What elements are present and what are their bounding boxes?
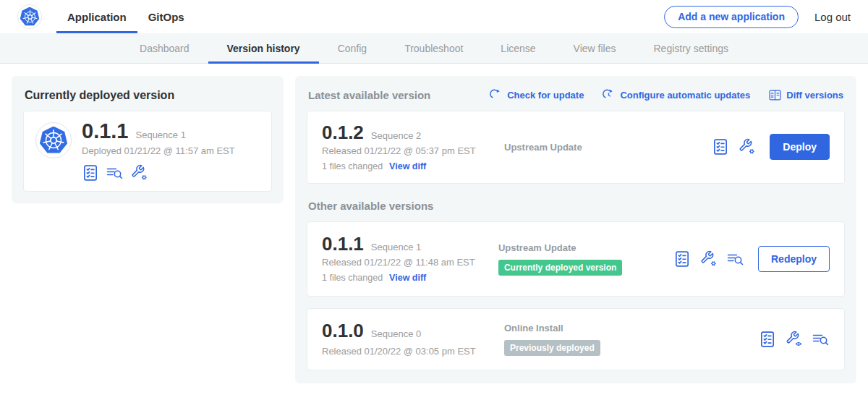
version-card-details: 0.1.2 Sequence 2 Released 01/21/22 @ 05:… [322,123,504,171]
diff-versions-link[interactable]: Diff versions [769,89,843,101]
release-notes-icon[interactable] [673,250,691,268]
kubernetes-heptagon [20,7,40,27]
subnav-item-license[interactable]: License [482,33,554,64]
redeploy-button[interactable]: Redeploy [758,246,830,272]
subnav-item-registry-settings[interactable]: Registry settings [635,33,747,64]
configure-automatic-updates-link[interactable]: Configure automatic updates [603,89,750,101]
deployed-actions [82,164,235,182]
files-changed-label: 1 files changed [322,273,383,283]
sequence-label: Sequence 1 [136,129,186,140]
refresh-icon [490,89,502,101]
logs-icon[interactable] [727,250,744,268]
deployed-version-card: 0.1.1 Sequence 1 Deployed 01/21/22 @ 11:… [23,111,272,192]
logs-icon[interactable] [106,164,124,182]
other-versions-title: Other available versions [307,200,845,212]
subnav-item-dashboard[interactable]: Dashboard [121,33,208,64]
release-notes-icon[interactable] [82,164,99,182]
header-right: Add a new application Log out [664,6,851,28]
add-application-button[interactable]: Add a new application [664,6,799,28]
logout-button[interactable]: Log out [814,11,851,23]
config-edit-icon[interactable] [739,138,756,156]
deployed-timestamp: Deployed 01/21/22 @ 11:57 am EST [82,146,235,157]
subnav-item-config[interactable]: Config [319,33,386,64]
kubernetes-heptagon [40,127,68,155]
kubernetes-logo-icon [17,4,42,29]
tab-application[interactable]: Application [56,0,137,33]
sequence-label: Sequence 0 [371,328,421,339]
files-changed-label: 1 files changed [322,161,383,171]
version-number: 0.1.1 [322,234,364,253]
version-card-status: Online Install Previously deployed [504,323,685,356]
version-source-label: Upstream Update [504,142,685,153]
tab-gitops[interactable]: GitOps [137,0,195,33]
config-view-icon[interactable] [786,331,803,348]
version-number: 0.1.2 [322,123,364,142]
subnav-item-troubleshoot[interactable]: Troubleshoot [386,33,482,64]
subnav-item-view-files[interactable]: View files [555,33,635,64]
version-card: 0.1.1 Sequence 1 Released 01/21/22 @ 11:… [307,221,845,297]
action-label: Configure automatic updates [620,90,750,101]
version-source-label: Online Install [504,323,685,333]
version-card: 0.1.0 Sequence 0 Released 01/20/22 @ 03:… [307,308,845,370]
version-card-details: 0.1.1 Sequence 1 Released 01/21/22 @ 11:… [322,234,498,283]
logs-icon[interactable] [812,331,830,348]
version-number: 0.1.1 [82,121,129,142]
version-card: 0.1.2 Sequence 2 Released 01/21/22 @ 05:… [307,111,845,184]
version-actions: Check for update Configure automatic upd… [490,89,843,101]
version-card-actions: Deploy [712,134,830,160]
sequence-label: Sequence 2 [371,130,421,141]
released-timestamp: Released 01/21/22 @ 05:37 pm EST [322,146,504,157]
config-edit-icon[interactable] [700,250,718,268]
version-card-actions [759,331,830,348]
latest-version-title: Latest available version [308,89,430,101]
released-timestamp: Released 01/20/22 @ 03:05 pm EST [322,347,504,357]
app-header: Application GitOps Add a new application… [0,0,868,33]
version-card-actions: Redeploy [673,246,830,272]
previously-deployed-badge: Previously deployed [504,340,600,356]
deployed-version-details: 0.1.1 Sequence 1 Deployed 01/21/22 @ 11:… [82,121,235,182]
app-subnav: Dashboard Version history Config Trouble… [0,33,868,64]
config-edit-icon[interactable] [131,164,148,182]
currently-deployed-badge: Currently deployed version [498,260,622,276]
action-label: Diff versions [786,90,843,101]
check-for-update-link[interactable]: Check for update [490,89,584,101]
subnav-item-version-history[interactable]: Version history [208,33,319,64]
diff-icon [769,89,781,101]
version-card-details: 0.1.0 Sequence 0 Released 01/20/22 @ 03:… [322,321,504,357]
latest-version-header: Latest available version Check for updat… [307,88,845,101]
app-tabs: Application GitOps [56,0,195,33]
released-timestamp: Released 01/21/22 @ 11:48 am EST [322,258,498,268]
version-card-status: Upstream Update [504,142,685,153]
schedule-icon [603,89,615,101]
release-notes-icon[interactable] [759,331,776,348]
action-label: Check for update [507,90,584,101]
version-card-status: Upstream Update Currently deployed versi… [498,242,673,276]
view-diff-link[interactable]: View diff [389,161,426,171]
release-notes-icon[interactable] [712,138,729,156]
app-icon [35,122,72,158]
deploy-button[interactable]: Deploy [770,134,830,160]
view-diff-link[interactable]: View diff [389,273,426,283]
version-number: 0.1.0 [322,321,364,340]
currently-deployed-panel: Currently deployed version 0.1.1 Sequenc… [12,76,284,203]
currently-deployed-title: Currently deployed version [23,88,272,102]
version-source-label: Upstream Update [498,242,673,253]
available-versions-panel: Latest available version Check for updat… [295,76,856,383]
sequence-label: Sequence 1 [371,242,421,252]
